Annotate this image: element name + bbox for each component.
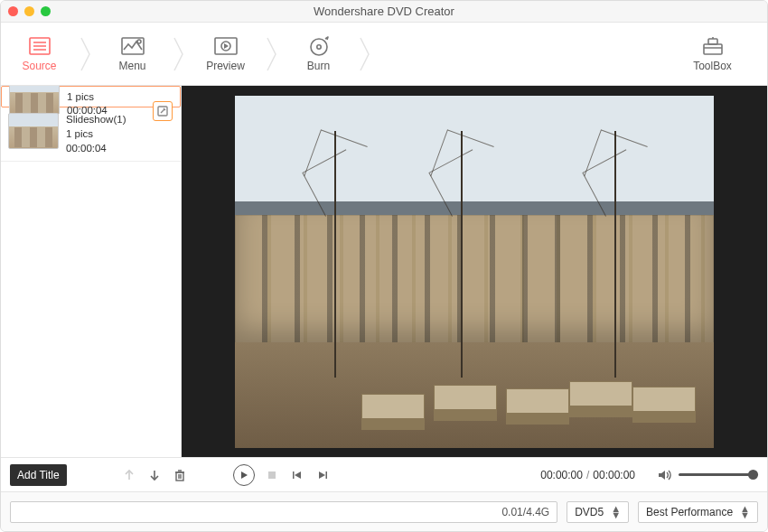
item-count: 1 pics: [67, 90, 114, 104]
svg-marker-27: [319, 471, 325, 479]
svg-marker-23: [241, 471, 248, 479]
disc-size-text: 0.01/4.4G: [501, 506, 549, 518]
tab-preview[interactable]: Preview: [187, 23, 264, 86]
delete-button[interactable]: [172, 467, 188, 483]
svg-marker-8: [224, 43, 229, 49]
volume-control: [657, 467, 758, 483]
play-button[interactable]: [233, 464, 255, 486]
svg-rect-18: [176, 472, 183, 481]
chevron-icon: [171, 23, 187, 86]
chevron-icon: [264, 23, 280, 86]
burn-icon: [307, 36, 331, 56]
volume-slider[interactable]: [679, 473, 758, 476]
disc-size-indicator: 0.01/4.4G: [10, 501, 557, 523]
move-down-button[interactable]: [146, 467, 163, 483]
svg-marker-26: [295, 471, 301, 479]
svg-rect-11: [704, 44, 722, 54]
svg-rect-28: [325, 471, 327, 479]
time-current: 00:00:00: [540, 469, 583, 481]
stepper-icon: ▲▼: [740, 506, 750, 518]
list-item[interactable]: Slideshow 1 pics 00:00:04: [1, 86, 181, 107]
move-up-button[interactable]: [121, 467, 137, 483]
svg-rect-24: [268, 471, 276, 479]
item-count: 1 pics: [66, 127, 126, 141]
next-button[interactable]: [314, 467, 331, 483]
svg-point-10: [316, 44, 320, 48]
main-area: Slideshow 1 pics 00:00:04 Slideshow(1) 1…: [1, 86, 767, 457]
svg-rect-13: [708, 39, 717, 44]
item-name: Slideshow: [67, 86, 114, 89]
svg-marker-29: [659, 471, 665, 480]
tab-label: Menu: [118, 60, 145, 72]
time-total: 00:00:00: [593, 469, 635, 481]
source-list: Slideshow 1 pics 00:00:04 Slideshow(1) 1…: [1, 86, 182, 457]
minimize-icon[interactable]: [24, 6, 34, 16]
time-display: 00:00:00 / 00:00:00: [540, 469, 635, 481]
chevron-icon: [78, 23, 94, 86]
stepper-icon: ▲▼: [611, 506, 621, 518]
stop-button[interactable]: [264, 467, 280, 483]
svg-point-5: [137, 40, 141, 43]
quality-select[interactable]: Best Performance ▲▼: [638, 501, 758, 523]
tab-label: ToolBox: [693, 60, 732, 72]
step-tabs: Source Menu Preview Burn ToolBox: [1, 23, 767, 86]
item-name: Slideshow(1): [66, 113, 126, 126]
volume-icon[interactable]: [657, 467, 673, 483]
player-controls: Add Title 00:00:00 / 00:00:00: [1, 457, 767, 491]
tab-menu[interactable]: Menu: [94, 23, 171, 86]
tab-burn[interactable]: Burn: [280, 23, 357, 86]
svg-rect-25: [293, 471, 295, 479]
preview-pane: [182, 86, 767, 457]
titlebar: Wondershare DVD Creator: [1, 1, 767, 23]
preview-icon: [214, 36, 238, 56]
preview-image: [235, 96, 714, 448]
close-icon[interactable]: [8, 6, 18, 16]
window-controls: [8, 6, 51, 16]
tab-label: Source: [22, 60, 56, 72]
list-item[interactable]: Slideshow(1) 1 pics 00:00:04: [1, 107, 181, 162]
item-duration: 00:00:04: [66, 142, 126, 155]
source-icon: [28, 36, 52, 56]
add-title-button[interactable]: Add Title: [10, 464, 67, 486]
maximize-icon[interactable]: [41, 6, 51, 16]
quality-value: Best Performance: [646, 506, 733, 518]
window-title: Wondershare DVD Creator: [1, 5, 767, 18]
time-separator: /: [586, 469, 589, 481]
tab-source[interactable]: Source: [1, 23, 78, 86]
tab-toolbox[interactable]: ToolBox: [674, 23, 751, 86]
bottom-bar: 0.01/4.4G DVD5 ▲▼ Best Performance ▲▼: [1, 491, 767, 531]
tab-label: Preview: [206, 60, 245, 72]
svg-point-9: [311, 39, 327, 55]
toolbox-icon: [701, 36, 725, 56]
chevron-icon: [357, 23, 373, 86]
menu-icon: [121, 36, 145, 56]
prev-button[interactable]: [289, 467, 305, 483]
thumbnail: [8, 113, 59, 149]
disc-type-value: DVD5: [575, 506, 604, 518]
tab-label: Burn: [307, 60, 330, 72]
disc-type-select[interactable]: DVD5 ▲▼: [567, 501, 629, 523]
